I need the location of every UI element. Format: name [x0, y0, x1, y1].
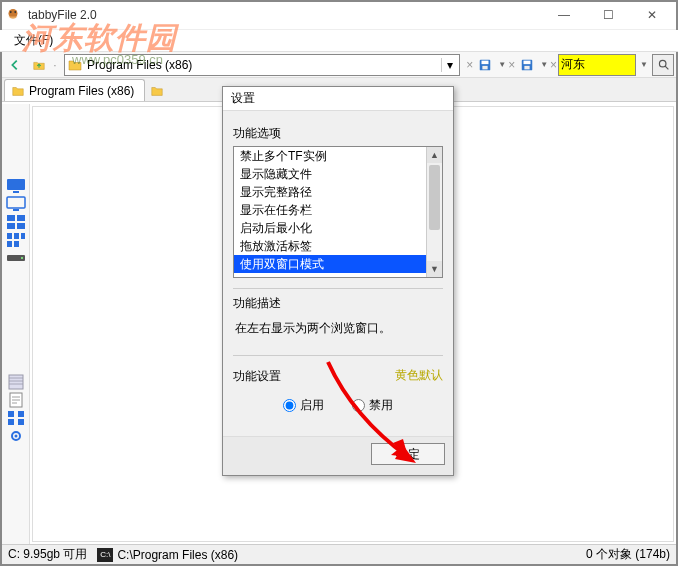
svg-rect-15: [17, 215, 25, 221]
status-path: C:\Program Files (x86): [117, 548, 238, 562]
svg-rect-20: [21, 233, 25, 239]
rail-grid-icon[interactable]: [6, 410, 26, 426]
option-item[interactable]: 启动后最小化: [234, 219, 426, 237]
svg-rect-14: [7, 215, 15, 221]
rail-desktop-icon[interactable]: [6, 178, 26, 194]
scroll-thumb[interactable]: [429, 165, 440, 230]
dialog-title: 设置: [223, 87, 453, 111]
file-menu[interactable]: 文件(F): [6, 30, 61, 51]
scrollbar[interactable]: ▲ ▼: [426, 147, 442, 277]
scroll-track[interactable]: [427, 163, 442, 261]
svg-rect-29: [8, 419, 14, 425]
svg-point-32: [14, 435, 17, 438]
svg-rect-27: [8, 411, 14, 417]
desc-group-label: 功能描述: [233, 295, 443, 312]
rail-windows-icon[interactable]: [6, 214, 26, 230]
svg-rect-25: [9, 375, 23, 389]
radio-disable-input[interactable]: [352, 399, 365, 412]
status-objects: 0 个对象 (174b): [586, 546, 670, 563]
status-disk: C: 9.95gb 可用: [8, 546, 87, 563]
svg-rect-10: [7, 179, 25, 190]
scroll-down-button[interactable]: ▼: [427, 261, 442, 277]
left-rail: [2, 104, 30, 544]
setting-group-label: 功能设置: [233, 368, 281, 385]
rail-monitor-icon[interactable]: [6, 196, 26, 212]
options-group-label: 功能选项: [233, 125, 443, 142]
settings-dialog: 设置 功能选项 禁止多个TF实例显示隐藏文件显示完整路径显示在任务栏启动后最小化…: [222, 86, 454, 476]
rail-gear-icon[interactable]: [6, 428, 26, 444]
scroll-up-button[interactable]: ▲: [427, 147, 442, 163]
svg-rect-19: [14, 233, 19, 239]
option-item[interactable]: 禁止多个TF实例: [234, 147, 426, 165]
ok-button[interactable]: 确定: [371, 443, 445, 465]
svg-rect-22: [14, 241, 19, 247]
svg-rect-16: [7, 223, 15, 229]
option-item[interactable]: 拖放激活标签: [234, 237, 426, 255]
rail-drive-icon[interactable]: [6, 250, 26, 266]
options-listbox[interactable]: 禁止多个TF实例显示隐藏文件显示完整路径显示在任务栏启动后最小化拖放激活标签使用…: [233, 146, 443, 278]
statusbar: C: 9.95gb 可用 C:\ C:\Program Files (x86) …: [2, 544, 676, 564]
dialog-buttons: 确定: [223, 436, 453, 475]
rail-tiles-icon[interactable]: [6, 232, 26, 248]
rail-doc-icon[interactable]: [6, 392, 26, 408]
svg-rect-30: [18, 419, 24, 425]
description-text: 在左右显示为两个浏览窗口。: [233, 316, 443, 345]
yellow-default-label: 黄色默认: [395, 367, 443, 384]
rail-notes-icon[interactable]: [6, 374, 26, 390]
divider: [233, 288, 443, 289]
svg-rect-18: [7, 233, 12, 239]
radio-row: 启用 禁用: [233, 389, 443, 426]
svg-rect-13: [13, 209, 19, 211]
terminal-icon[interactable]: C:\: [97, 548, 113, 562]
radio-enable-input[interactable]: [283, 399, 296, 412]
option-item[interactable]: 显示完整路径: [234, 183, 426, 201]
svg-point-24: [21, 257, 23, 259]
svg-rect-28: [18, 411, 24, 417]
svg-rect-11: [13, 191, 19, 193]
svg-rect-17: [17, 223, 25, 229]
svg-rect-12: [7, 197, 25, 208]
divider: [233, 355, 443, 356]
svg-rect-21: [7, 241, 12, 247]
option-item[interactable]: 使用双窗口模式: [234, 255, 426, 273]
option-item[interactable]: 显示在任务栏: [234, 201, 426, 219]
menubar: 文件(F): [0, 30, 678, 52]
option-item[interactable]: 显示隐藏文件: [234, 165, 426, 183]
radio-enable[interactable]: 启用: [283, 397, 324, 414]
radio-disable[interactable]: 禁用: [352, 397, 393, 414]
